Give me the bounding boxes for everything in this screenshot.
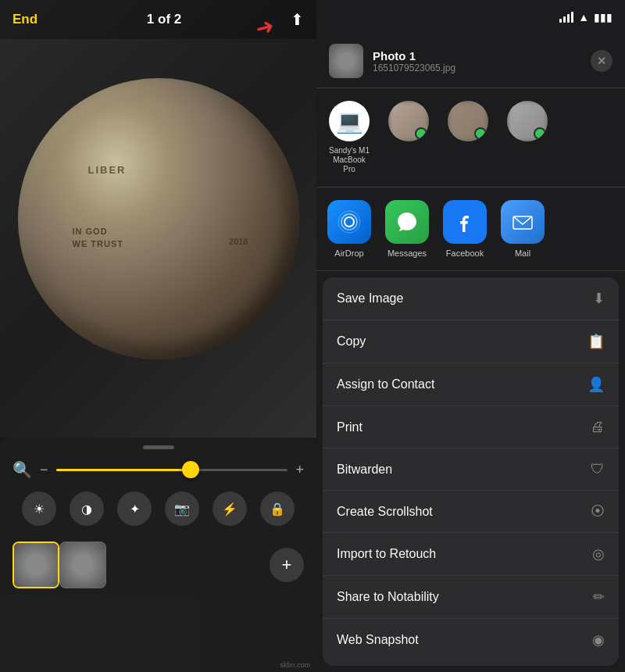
drag-handle[interactable] <box>143 445 174 449</box>
coin-photo: LIBER IN GOD WE TRUST 2018 End 1 of 2 ⬆ … <box>0 0 316 438</box>
color-button[interactable]: ✦ <box>117 491 152 526</box>
notability-icon: ✏ <box>593 588 605 606</box>
svg-point-0 <box>345 217 354 227</box>
share-sheet: Photo 1 1651079523065.jpg ✕ 💻 Sandy's M1… <box>316 34 625 672</box>
contact-2[interactable] <box>385 101 432 174</box>
action-save-image[interactable]: Save Image ⬇ <box>323 277 619 320</box>
thumbnail-1-image <box>14 543 58 587</box>
messages-icon <box>385 200 429 244</box>
end-button[interactable]: End <box>12 12 38 27</box>
signal-bar-2 <box>563 16 566 23</box>
action-copy[interactable]: Copy 📋 <box>323 320 619 363</box>
action-save-image-label: Save Image <box>337 291 403 306</box>
photo-filename: 1651079523065.jpg <box>373 63 581 73</box>
action-print[interactable]: Print 🖨 <box>323 406 619 449</box>
airdrop-label: AirDrop <box>334 248 363 258</box>
zoom-row: 🔍 − + <box>0 460 316 479</box>
action-copy-label: Copy <box>337 334 366 349</box>
lock-button[interactable]: 🔒 <box>260 491 295 526</box>
facebook-label: Facebook <box>446 248 484 258</box>
zoom-thumb[interactable] <box>182 461 199 478</box>
contact-macbook-label: Sandy's M1MacBook Pro <box>326 146 373 174</box>
battery-icon: ▮▮▮ <box>594 11 612 23</box>
action-scrollshot[interactable]: Create Scrollshot ⦿ <box>323 491 619 533</box>
action-web-snapshot[interactable]: Web Snapshot ◉ <box>323 619 619 661</box>
app-airdrop[interactable]: AirDrop <box>326 200 373 258</box>
messages-label: Messages <box>388 248 427 258</box>
coin-image: LIBER IN GOD WE TRUST 2018 <box>18 78 299 359</box>
action-import-retouch-label: Import to Retouch <box>337 547 436 561</box>
share-button[interactable]: ⬆ <box>291 10 304 29</box>
flash-button[interactable]: ⚡ <box>212 491 247 526</box>
contrast-button[interactable]: ◑ <box>70 491 104 526</box>
action-import-retouch[interactable]: Import to Retouch ◎ <box>323 533 619 576</box>
signal-bar-3 <box>567 14 570 23</box>
watermark: skbn.com <box>280 661 310 669</box>
bitwarden-icon: 🛡 <box>591 461 605 477</box>
photo-counter: 1 of 2 <box>147 12 181 27</box>
app-facebook[interactable]: Facebook <box>441 200 488 258</box>
copy-icon: 📋 <box>588 333 605 350</box>
camera-button[interactable]: 📷 <box>165 491 199 526</box>
contact-2-avatar <box>388 101 429 141</box>
import-retouch-icon: ◎ <box>592 545 605 563</box>
zoom-fill <box>56 469 195 471</box>
action-bitwarden[interactable]: Bitwarden 🛡 <box>323 449 619 491</box>
wifi-icon: ▲ <box>578 11 589 23</box>
zoom-minus-label: − <box>40 462 48 478</box>
bottom-controls: 🔍 − + ☀ ◑ ✦ 📷 ⚡ 🔒 + <box>0 438 316 672</box>
scrollshot-icon: ⦿ <box>591 503 605 520</box>
signal-bar-4 <box>571 12 573 23</box>
signal-bar-1 <box>559 19 562 23</box>
add-filter-button[interactable]: + <box>270 548 304 582</box>
sheet-header: Photo 1 1651079523065.jpg ✕ <box>316 34 625 88</box>
contacts-scroll[interactable]: 💻 Sandy's M1MacBook Pro <box>316 88 625 188</box>
contact-3-avatar <box>448 101 488 141</box>
contact-macbook[interactable]: 💻 Sandy's M1MacBook Pro <box>326 101 373 174</box>
right-panel: ▲ ▮▮▮ Photo 1 1651079523065.jpg ✕ 💻 Sand… <box>316 0 625 672</box>
thumbnail-2[interactable] <box>59 542 106 588</box>
contact-4-avatar <box>507 101 548 141</box>
action-notability-label: Share to Notability <box>337 590 439 604</box>
contact-4[interactable] <box>504 101 551 174</box>
contact-3[interactable] <box>445 101 491 174</box>
action-notability[interactable]: Share to Notability ✏ <box>323 576 619 619</box>
action-assign-contact-label: Assign to Contact <box>337 377 434 391</box>
status-bar: ▲ ▮▮▮ <box>316 0 625 34</box>
coin-text-liberty: LIBER <box>88 164 127 176</box>
contact-macbook-avatar: 💻 <box>329 101 370 141</box>
edit-tools: ☀ ◑ ✦ 📷 ⚡ 🔒 <box>0 491 316 526</box>
web-snapshot-icon: ◉ <box>592 631 605 649</box>
action-print-label: Print <box>337 420 362 434</box>
close-button[interactable]: ✕ <box>591 50 612 72</box>
coin-text-year: 2018 <box>229 237 248 246</box>
zoom-icon: 🔍 <box>12 460 32 479</box>
facebook-icon <box>443 200 487 244</box>
print-icon: 🖨 <box>591 419 605 435</box>
app-share-row: AirDrop Messages Facebook <box>316 188 625 271</box>
action-bitwarden-label: Bitwarden <box>337 463 392 477</box>
app-messages[interactable]: Messages <box>384 200 430 258</box>
zoom-plus-label: + <box>295 462 304 478</box>
signal-bars <box>559 12 573 23</box>
zoom-slider[interactable] <box>56 469 288 471</box>
thumbnails-row: + <box>0 542 316 588</box>
action-web-snapshot-label: Web Snapshot <box>337 633 419 647</box>
airdrop-icon <box>327 200 371 244</box>
thumbnail-2-image <box>61 543 105 587</box>
assign-contact-icon: 👤 <box>588 376 605 393</box>
app-mail[interactable]: Mail <box>499 200 546 258</box>
photo-thumbnail <box>329 44 363 78</box>
mail-icon <box>501 200 545 244</box>
left-panel: LIBER IN GOD WE TRUST 2018 End 1 of 2 ⬆ … <box>0 0 316 672</box>
photo-info: Photo 1 1651079523065.jpg <box>373 49 581 73</box>
action-assign-contact[interactable]: Assign to Contact 👤 <box>323 363 619 406</box>
photo-title: Photo 1 <box>373 49 581 63</box>
mail-label: Mail <box>515 248 530 258</box>
action-list: Save Image ⬇ Copy 📋 Assign to Contact 👤 … <box>323 277 619 666</box>
coin-text-ingod: IN GOD WE TRUST <box>73 226 123 250</box>
thumbnail-1[interactable] <box>12 542 59 588</box>
brightness-button[interactable]: ☀ <box>22 491 56 526</box>
save-image-icon: ⬇ <box>593 290 605 307</box>
action-scrollshot-label: Create Scrollshot <box>337 505 433 519</box>
